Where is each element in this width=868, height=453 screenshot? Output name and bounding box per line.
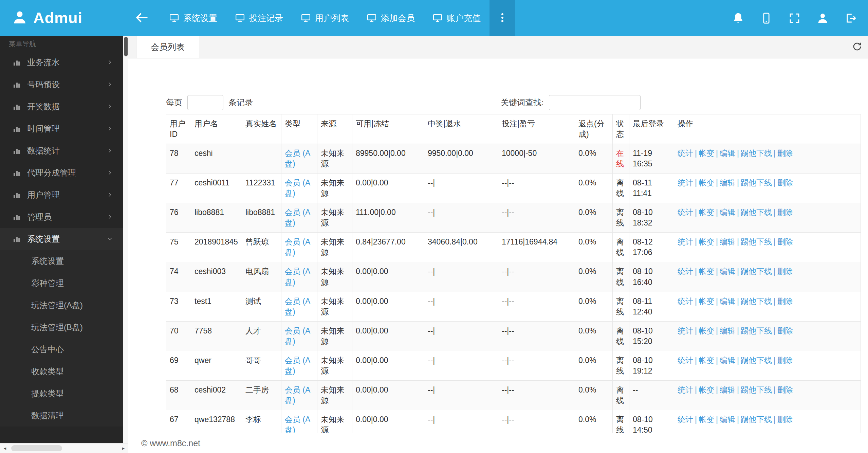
sidebar-item[interactable]: 管理员 <box>0 206 123 228</box>
action-kick-offline-link[interactable]: 踢他下线 <box>741 326 772 335</box>
horizontal-scrollbar-thumb[interactable] <box>11 445 62 451</box>
sidebar-item[interactable]: 业务流水 <box>0 51 123 73</box>
action-edit-link[interactable]: 编辑 <box>720 415 735 424</box>
sidebar-item[interactable]: 开奖数据 <box>0 95 123 117</box>
action-delete-link[interactable]: 删除 <box>777 356 793 365</box>
sidebar-subitem[interactable]: 彩种管理 <box>0 272 123 294</box>
action-delete-link[interactable]: 删除 <box>777 326 793 335</box>
member-type-link[interactable]: 会员 (A盘) <box>285 267 310 286</box>
sidebar-subitem[interactable]: 玩法管理(B盘) <box>0 316 123 338</box>
member-type-link[interactable]: 会员 (A盘) <box>285 208 310 227</box>
action-edit-link[interactable]: 编辑 <box>720 385 735 394</box>
action-balance-change-link[interactable]: 帐变 <box>699 237 714 246</box>
action-delete-link[interactable]: 删除 <box>777 237 793 246</box>
sidebar-item-system-settings[interactable]: 系统设置 <box>0 228 123 250</box>
action-balance-change-link[interactable]: 帐变 <box>699 326 714 335</box>
top-menu-item[interactable]: 投注记录 <box>226 0 292 36</box>
top-menu-item[interactable]: 系统设置 <box>160 0 226 36</box>
horizontal-scrollbar-track[interactable] <box>10 443 118 453</box>
member-type-link[interactable]: 会员 (A盘) <box>285 326 310 346</box>
action-stats-link[interactable]: 统计 <box>678 178 693 187</box>
mobile-view-button[interactable] <box>760 12 773 24</box>
scroll-right-arrow-icon[interactable]: ▸ <box>118 443 128 453</box>
more-menu-button[interactable] <box>490 0 515 36</box>
action-stats-link[interactable]: 统计 <box>678 356 693 365</box>
action-kick-offline-link[interactable]: 踢他下线 <box>741 149 772 158</box>
action-stats-link[interactable]: 统计 <box>678 149 693 158</box>
notifications-button[interactable] <box>732 12 744 24</box>
refresh-button[interactable] <box>852 36 863 58</box>
member-type-link[interactable]: 会员 (A盘) <box>285 149 310 168</box>
action-delete-link[interactable]: 删除 <box>777 178 793 187</box>
top-menu-item[interactable]: 用户列表 <box>292 0 358 36</box>
top-menu-item[interactable]: 添加会员 <box>358 0 424 36</box>
action-stats-link[interactable]: 统计 <box>678 326 693 335</box>
sidebar-item[interactable]: 代理分成管理 <box>0 162 123 184</box>
action-edit-link[interactable]: 编辑 <box>720 149 735 158</box>
action-delete-link[interactable]: 删除 <box>777 149 793 158</box>
action-balance-change-link[interactable]: 帐变 <box>699 149 714 158</box>
member-type-link[interactable]: 会员 (A盘) <box>285 356 310 375</box>
profile-button[interactable] <box>816 12 829 24</box>
sidebar-subitem[interactable]: 玩法管理(A盘) <box>0 294 123 316</box>
brand-logo[interactable]: Admui <box>0 0 123 36</box>
action-balance-change-link[interactable]: 帐变 <box>699 297 714 306</box>
action-stats-link[interactable]: 统计 <box>678 208 693 217</box>
sidebar-item[interactable]: 时间管理 <box>0 117 123 140</box>
action-edit-link[interactable]: 编辑 <box>720 267 735 276</box>
sidebar-subitem[interactable]: 数据清理 <box>0 404 123 427</box>
action-balance-change-link[interactable]: 帐变 <box>699 356 714 365</box>
action-balance-change-link[interactable]: 帐变 <box>699 385 714 394</box>
sidebar-subitem[interactable]: 提款类型 <box>0 382 123 404</box>
back-arrow-button[interactable] <box>123 0 160 36</box>
action-edit-link[interactable]: 编辑 <box>720 326 735 335</box>
sidebar-item[interactable]: 用户管理 <box>0 184 123 206</box>
action-delete-link[interactable]: 删除 <box>777 297 793 306</box>
action-balance-change-link[interactable]: 帐变 <box>699 415 714 424</box>
member-type-link[interactable]: 会员 (A盘) <box>285 178 310 198</box>
action-balance-change-link[interactable]: 帐变 <box>699 208 714 217</box>
sidebar-item[interactable]: 号码预设 <box>0 73 123 95</box>
per-page-input[interactable] <box>187 95 223 110</box>
sidebar-subitem[interactable]: 公告中心 <box>0 338 123 360</box>
action-kick-offline-link[interactable]: 踢他下线 <box>741 385 772 394</box>
action-delete-link[interactable]: 删除 <box>777 415 793 424</box>
member-type-link[interactable]: 会员 (A盘) <box>285 415 310 433</box>
sidebar-subitem[interactable]: 收款类型 <box>0 360 123 382</box>
fullscreen-button[interactable] <box>788 12 801 24</box>
action-edit-link[interactable]: 编辑 <box>720 208 735 217</box>
sidebar-vertical-scrollbar[interactable] <box>123 36 128 443</box>
vertical-scrollbar-thumb[interactable] <box>124 37 128 56</box>
sidebar-horizontal-scrollbar[interactable]: ◂ ▸ <box>0 443 128 453</box>
action-kick-offline-link[interactable]: 踢他下线 <box>741 237 772 246</box>
action-kick-offline-link[interactable]: 踢他下线 <box>741 208 772 217</box>
sidebar-subitem[interactable]: 系统设置 <box>0 250 123 272</box>
sidebar-item[interactable]: 数据统计 <box>0 140 123 162</box>
action-delete-link[interactable]: 删除 <box>777 208 793 217</box>
action-edit-link[interactable]: 编辑 <box>720 297 735 306</box>
scroll-left-arrow-icon[interactable]: ◂ <box>0 443 10 453</box>
member-type-link[interactable]: 会员 (A盘) <box>285 297 310 316</box>
member-type-link[interactable]: 会员 (A盘) <box>285 237 310 257</box>
action-stats-link[interactable]: 统计 <box>678 385 693 394</box>
action-kick-offline-link[interactable]: 踢他下线 <box>741 415 772 424</box>
action-stats-link[interactable]: 统计 <box>678 267 693 276</box>
action-stats-link[interactable]: 统计 <box>678 297 693 306</box>
action-kick-offline-link[interactable]: 踢他下线 <box>741 297 772 306</box>
action-kick-offline-link[interactable]: 踢他下线 <box>741 267 772 276</box>
tab-member-list[interactable]: 会员列表 <box>136 36 199 58</box>
top-menu-item[interactable]: 账户充值 <box>424 0 490 36</box>
action-stats-link[interactable]: 统计 <box>678 237 693 246</box>
action-balance-change-link[interactable]: 帐变 <box>699 178 714 187</box>
action-edit-link[interactable]: 编辑 <box>720 356 735 365</box>
action-delete-link[interactable]: 删除 <box>777 267 793 276</box>
action-delete-link[interactable]: 删除 <box>777 385 793 394</box>
logout-button[interactable] <box>845 12 857 24</box>
search-input[interactable] <box>549 95 641 110</box>
action-edit-link[interactable]: 编辑 <box>720 178 735 187</box>
action-kick-offline-link[interactable]: 踢他下线 <box>741 178 772 187</box>
action-kick-offline-link[interactable]: 踢他下线 <box>741 356 772 365</box>
action-stats-link[interactable]: 统计 <box>678 415 693 424</box>
action-edit-link[interactable]: 编辑 <box>720 237 735 246</box>
member-type-link[interactable]: 会员 (A盘) <box>285 385 310 405</box>
